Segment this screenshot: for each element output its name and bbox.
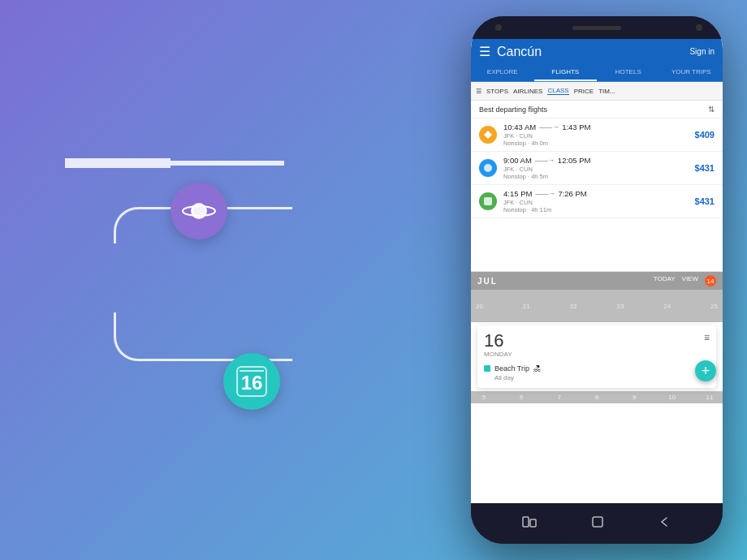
phone-screen: ☰ Cancún Sign in EXPLORE FLIGHTS HOTELS … xyxy=(471,39,723,503)
calendar-header-right: TODAY VIEW 14 xyxy=(654,275,716,286)
filter-icon: ≡ xyxy=(476,85,481,97)
cal-num-21: 21 xyxy=(523,303,530,310)
flights-app: ☰ Cancún Sign in EXPLORE FLIGHTS HOTELS … xyxy=(471,39,723,271)
cal-day-10: 10 xyxy=(664,394,680,401)
day-detail-area: 16 MONDAY Beach Trip 🏖 All day ≡ + xyxy=(471,325,723,388)
back-button[interactable] xyxy=(658,516,671,531)
app-title: Cancún xyxy=(497,45,542,59)
cal-day-11: 11 xyxy=(702,394,718,401)
arrive-time-1: 1:43 PM xyxy=(562,123,590,131)
flight-row-3[interactable]: 4:15 PM ——→ 7:26 PM JFK · CUN Nonstop · … xyxy=(471,185,723,218)
best-departing-header: Best departing flights ⇅ xyxy=(471,101,723,118)
price-1: $409 xyxy=(695,130,715,140)
airline-logo-frontier xyxy=(479,159,497,177)
day-number: 16 xyxy=(484,330,503,351)
flight-info-3: 4:15 PM ——→ 7:26 PM JFK · CUN Nonstop · … xyxy=(503,189,695,213)
filter-bar: ≡ STOPS AIRLINES CLASS PRICE TIM... xyxy=(471,82,723,101)
depart-time-1: 10:43 AM xyxy=(503,123,536,131)
svg-rect-7 xyxy=(593,517,602,527)
best-departing-text: Best departing flights xyxy=(479,106,547,114)
filter-airlines[interactable]: AIRLINES xyxy=(513,88,542,95)
notification-badge: 14 xyxy=(705,275,716,286)
cal-day-9: 9 xyxy=(626,394,642,401)
card-menu-icon[interactable]: ≡ xyxy=(704,332,710,343)
airline-logo-sun xyxy=(479,192,497,210)
tab-explore[interactable]: EXPLORE xyxy=(471,64,534,81)
phone-body: ☰ Cancún Sign in EXPLORE FLIGHTS HOTELS … xyxy=(471,16,723,544)
filter-price[interactable]: PRICE xyxy=(574,88,594,95)
app-header-left: ☰ Cancún xyxy=(479,44,542,59)
duration-1: Nonstop · 4h 0m xyxy=(503,140,695,147)
airports-3: JFK · CUN xyxy=(503,199,695,206)
app-header: ☰ Cancún Sign in xyxy=(471,39,723,64)
phone-bottom-bar xyxy=(471,503,723,544)
day-name: MONDAY xyxy=(484,351,710,358)
calendar-icon: 16 xyxy=(223,353,280,410)
cal-day-7: 7 xyxy=(551,394,568,401)
flight-row-1[interactable]: 10:43 AM ——→ 1:43 PM JFK · CUN Nonstop ·… xyxy=(471,118,723,152)
decoration-container: 16 xyxy=(65,158,325,402)
arrow-1: ——→ xyxy=(539,123,559,131)
flight-times-3: 4:15 PM ——→ 7:26 PM xyxy=(503,189,695,198)
fab-add-button[interactable]: + xyxy=(695,360,716,381)
phone-mockup: ☰ Cancún Sign in EXPLORE FLIGHTS HOTELS … xyxy=(471,16,723,544)
front-camera-left xyxy=(495,24,502,31)
front-camera-right xyxy=(696,24,702,31)
filter-class[interactable]: CLASS xyxy=(547,87,568,95)
depart-time-2: 9:00 AM xyxy=(503,156,532,165)
airline-logo-spirit xyxy=(479,126,497,144)
flight-times-1: 10:43 AM ——→ 1:43 PM xyxy=(503,123,695,131)
tab-your-trips[interactable]: YOUR TRIPS xyxy=(660,64,723,81)
svg-point-3 xyxy=(484,164,492,172)
svg-rect-5 xyxy=(523,517,529,527)
calendar-days-row: 5 6 7 8 9 10 11 xyxy=(476,394,718,401)
hamburger-icon[interactable]: ☰ xyxy=(479,44,490,59)
airports-2: JFK · CUN xyxy=(503,166,695,173)
left-decoration: 16 xyxy=(0,0,390,560)
calendar-app-header: JUL TODAY VIEW 14 xyxy=(471,272,723,290)
arrow-3: ——→ xyxy=(535,190,555,197)
arrive-time-2: 12:05 PM xyxy=(558,156,591,165)
calendar-day-number: 16 xyxy=(241,372,263,394)
deco-line-bottom xyxy=(114,312,292,361)
arrive-time-3: 7:26 PM xyxy=(558,189,586,198)
nav-tabs: EXPLORE FLIGHTS HOTELS YOUR TRIPS xyxy=(471,64,723,82)
event-allday: All day xyxy=(494,374,710,381)
calendar-bottom-grid: 5 6 7 8 9 10 11 xyxy=(471,391,723,403)
today-button[interactable]: TODAY xyxy=(654,275,676,286)
flight-row-2[interactable]: 9:00 AM ——→ 12:05 PM JFK · CUN Nonstop ·… xyxy=(471,152,723,185)
day-detail-card: 16 MONDAY Beach Trip 🏖 All day ≡ xyxy=(477,325,716,388)
tab-flights[interactable]: FLIGHTS xyxy=(534,64,598,81)
duration-2: Nonstop · 4h 5m xyxy=(503,173,695,180)
recent-apps-button[interactable] xyxy=(522,516,537,531)
calendar-row-numbers: 20 21 22 23 24 25 xyxy=(471,299,723,313)
flights-list: Best departing flights ⇅ 10:43 AM ——→ xyxy=(471,101,723,218)
svg-rect-6 xyxy=(530,519,536,527)
sign-in-button[interactable]: Sign in xyxy=(689,47,715,56)
sort-icon[interactable]: ⇅ xyxy=(708,105,715,114)
filter-stops[interactable]: STOPS xyxy=(486,88,508,95)
filter-time[interactable]: TIM... xyxy=(598,88,615,95)
price-3: $431 xyxy=(695,196,715,206)
event-name: Beach Trip xyxy=(494,364,529,373)
event-type-icon: 🏖 xyxy=(533,364,541,373)
price-2: $431 xyxy=(695,163,715,173)
cal-day-6: 6 xyxy=(513,394,529,401)
view-button[interactable]: VIEW xyxy=(682,275,698,286)
flight-times-2: 9:00 AM ——→ 12:05 PM xyxy=(503,156,695,165)
calendar-grid-area: 20 21 22 23 24 25 xyxy=(471,290,723,322)
event-dot xyxy=(484,365,490,372)
calendar-app: JUL TODAY VIEW 14 20 21 22 23 24 xyxy=(471,271,723,503)
depart-time-3: 4:15 PM xyxy=(503,189,532,198)
event-row[interactable]: Beach Trip 🏖 xyxy=(484,364,710,373)
cal-num-22: 22 xyxy=(570,303,577,310)
svg-rect-4 xyxy=(484,197,492,205)
tab-hotels[interactable]: HOTELS xyxy=(597,64,660,81)
cal-num-25: 25 xyxy=(710,303,718,310)
duration-3: Nonstop · 4h 11m xyxy=(503,206,695,213)
phone-top-bar xyxy=(471,16,723,39)
home-button[interactable] xyxy=(591,515,604,532)
cal-num-24: 24 xyxy=(663,303,671,310)
phone-speaker xyxy=(572,26,621,30)
flight-info-1: 10:43 AM ——→ 1:43 PM JFK · CUN Nonstop ·… xyxy=(503,123,695,147)
